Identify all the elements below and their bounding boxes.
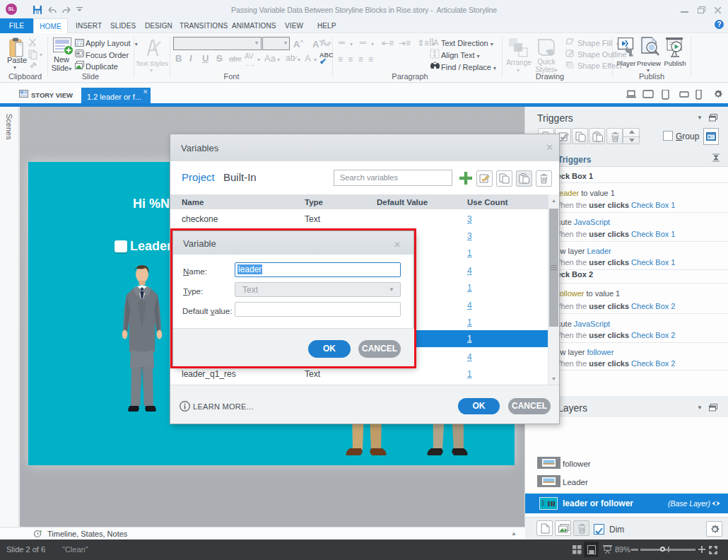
svg-text:A: A (320, 37, 327, 48)
svg-text:A: A (433, 38, 439, 47)
